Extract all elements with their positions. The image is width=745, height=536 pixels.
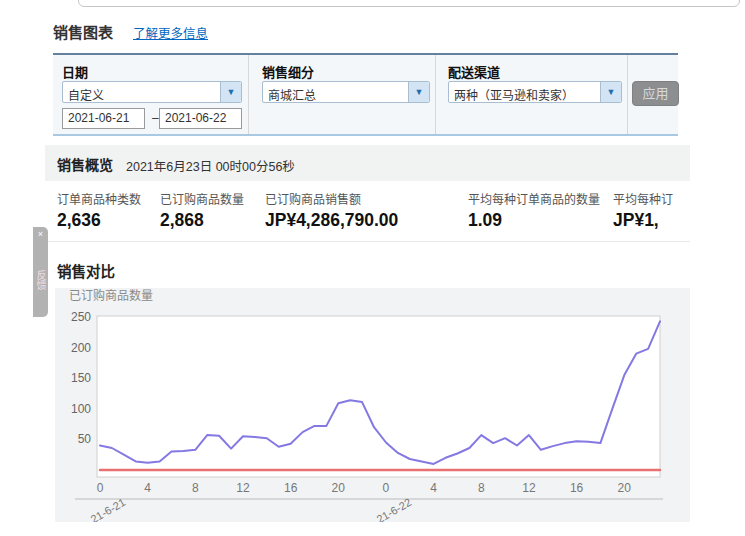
stat-value: JP¥4,286,790.00: [265, 210, 398, 231]
panel-divider: [248, 55, 249, 134]
stat-avg-sales-clipped: 平均每种订 JP¥1,: [613, 190, 673, 231]
stat-units-ordered: 已订购商品数量 2,868: [160, 190, 244, 231]
stat-label: 平均每种订: [613, 190, 673, 207]
svg-text:12: 12: [236, 481, 250, 495]
date-filter-label: 日期: [62, 62, 88, 81]
svg-text:已订购商品数量: 已订购商品数量: [69, 288, 153, 303]
svg-text:16: 16: [284, 481, 298, 495]
page-title: 销售图表: [53, 21, 113, 42]
svg-text:0: 0: [97, 481, 104, 495]
segment-filter-label: 销售细分: [262, 62, 314, 81]
svg-text:4: 4: [430, 481, 437, 495]
svg-text:20: 20: [332, 481, 346, 495]
svg-text:21-6-21: 21-6-21: [89, 496, 128, 522]
overview-title: 销售概览: [57, 154, 113, 174]
overview-stats-row: 订单商品种类数 2,636 已订购商品数量 2,868 已订购商品销售额 JP¥…: [45, 181, 690, 242]
date-range-selected-value: 自定义: [68, 86, 104, 103]
panel-divider: [435, 55, 436, 134]
stat-label: 平均每种订单商品的数量: [468, 190, 600, 207]
svg-text:16: 16: [570, 481, 584, 495]
svg-text:8: 8: [192, 481, 199, 495]
panel-divider: [627, 55, 628, 134]
svg-text:12: 12: [522, 481, 536, 495]
top-clipped-input[interactable]: [78, 0, 740, 7]
svg-text:21-6-22: 21-6-22: [375, 496, 414, 522]
comparison-title: 销售对比: [57, 260, 115, 281]
stat-label: 订单商品种类数: [57, 190, 141, 207]
svg-text:250: 250: [71, 310, 91, 324]
stat-ordered-product-sales: 已订购商品销售额 JP¥4,286,790.00: [265, 190, 398, 231]
stat-units-ordered-types: 订单商品种类数 2,636: [57, 190, 141, 231]
date-filter-column: 日期 自定义 ▼ 2021-06-21 – 2021-06-22: [62, 55, 247, 134]
svg-text:20: 20: [618, 481, 632, 495]
channel-selected-value: 两种（亚马逊和卖家）: [454, 86, 574, 103]
chevron-down-icon[interactable]: ▼: [600, 82, 621, 102]
stat-avg-units-per-order-item: 平均每种订单商品的数量 1.09: [468, 190, 600, 231]
sales-comparison-chart: 已订购商品数量501001502002500481216200481216202…: [55, 288, 690, 522]
segment-select[interactable]: 商城汇总 ▼: [262, 81, 430, 103]
segment-selected-value: 商城汇总: [268, 86, 316, 103]
channel-filter-column: 配送渠道 两种（亚马逊和卖家） ▼: [448, 55, 627, 134]
feedback-tab-label: 反馈: [33, 255, 48, 305]
chevron-down-icon[interactable]: ▼: [220, 82, 241, 102]
svg-text:8: 8: [478, 481, 485, 495]
close-icon[interactable]: ×: [33, 229, 48, 239]
date-range-select[interactable]: 自定义 ▼: [62, 81, 242, 103]
stat-label: 已订购商品销售额: [265, 190, 398, 207]
svg-text:200: 200: [71, 341, 91, 355]
date-from-input[interactable]: 2021-06-21: [62, 108, 145, 129]
date-to-input[interactable]: 2021-06-22: [159, 108, 242, 129]
segment-filter-column: 销售细分 商城汇总 ▼: [262, 55, 435, 134]
apply-button[interactable]: 应用: [632, 81, 679, 106]
feedback-side-tab[interactable]: × 反馈: [33, 227, 48, 317]
channel-select[interactable]: 两种（亚马逊和卖家） ▼: [448, 81, 622, 103]
date-separator: –: [152, 111, 159, 125]
svg-text:4: 4: [144, 481, 151, 495]
stat-label: 已订购商品数量: [160, 190, 244, 207]
stat-value: JP¥1,: [613, 210, 673, 231]
overview-timestamp: 2021年6月23日 00时00分56秒: [126, 156, 295, 175]
learn-more-link[interactable]: 了解更多信息: [133, 23, 208, 42]
stat-value: 1.09: [468, 210, 600, 231]
svg-text:150: 150: [71, 371, 91, 385]
line-chart: 已订购商品数量501001502002500481216200481216202…: [55, 288, 690, 522]
svg-text:0: 0: [383, 481, 390, 495]
filter-panel: 日期 自定义 ▼ 2021-06-21 – 2021-06-22 销售细分 商城…: [53, 53, 678, 136]
svg-text:50: 50: [78, 432, 92, 446]
channel-filter-label: 配送渠道: [448, 62, 500, 81]
chevron-down-icon[interactable]: ▼: [408, 82, 429, 102]
stat-value: 2,636: [57, 210, 141, 231]
stat-value: 2,868: [160, 210, 244, 231]
svg-text:100: 100: [71, 402, 91, 416]
